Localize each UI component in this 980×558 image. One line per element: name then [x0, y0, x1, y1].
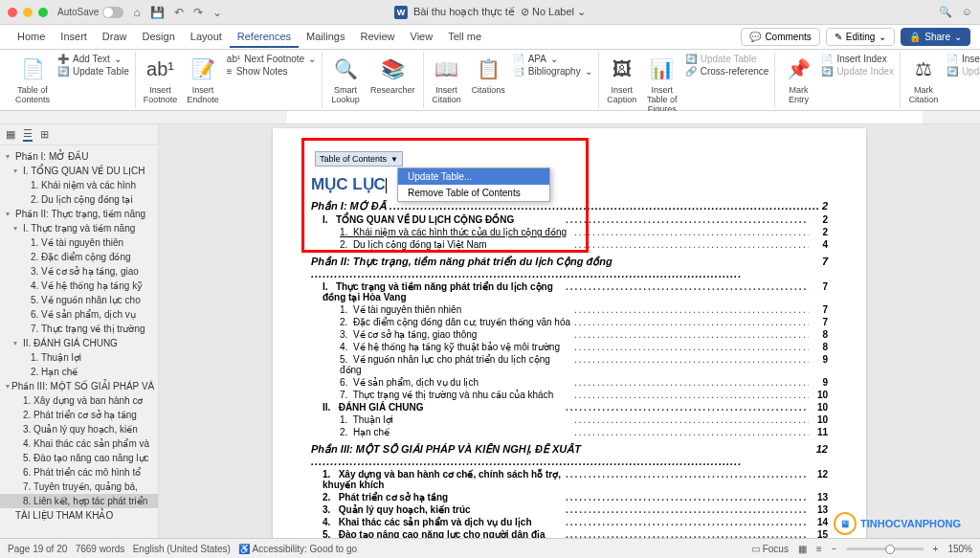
- insert-footnote-button[interactable]: ab¹Insert Footnote: [142, 54, 180, 105]
- headings-icon[interactable]: ☰: [23, 127, 33, 142]
- tab-mailings[interactable]: Mailings: [299, 27, 352, 48]
- smart-lookup-button[interactable]: 🔍Smart Lookup: [328, 54, 363, 105]
- toc-line[interactable]: 3. Về cơ sở hạ tầng, giao thông8: [311, 329, 828, 340]
- insert-toa-button[interactable]: 📄 Insert Table of Authorities: [947, 54, 980, 64]
- view-web-icon[interactable]: ≡: [816, 544, 822, 554]
- tab-references[interactable]: References: [230, 27, 299, 48]
- tag-icon[interactable]: ⊘ No Label ⌄: [521, 6, 586, 18]
- toc-line[interactable]: 1. Về tài nguyên thiên nhiên7: [311, 304, 828, 315]
- nav-item[interactable]: ▾II. ĐÁNH GIÁ CHUNG: [0, 336, 158, 350]
- citations-button[interactable]: 📋Citations: [470, 54, 507, 105]
- toggle-icon[interactable]: [102, 7, 123, 18]
- nav-item[interactable]: TÀI LIỆU THAM KHẢO: [0, 508, 158, 523]
- toc-line[interactable]: 6. Về sản phẩm, dịch vụ du lịch9: [311, 377, 828, 388]
- nav-item[interactable]: 4. Về hệ thống hạ tầng kỹ: [0, 279, 158, 293]
- toc-line[interactable]: 5. Về nguồn nhân lực cho phát triển du l…: [311, 354, 828, 375]
- nav-item[interactable]: ▾Phần II: Thực trạng, tiềm năng: [0, 207, 158, 221]
- nav-item[interactable]: 2. Đặc điểm cộng đồng: [0, 250, 158, 264]
- insert-table-of-figures-button[interactable]: 📊Insert Table of Figures: [645, 54, 679, 115]
- insert-citation-button[interactable]: 📖Insert Citation: [430, 54, 464, 105]
- close-icon[interactable]: [8, 8, 17, 17]
- document-page[interactable]: Table of Contents▼ Update Table... Remov…: [273, 128, 866, 547]
- redo-icon[interactable]: ↷: [193, 6, 203, 19]
- update-table-button[interactable]: 🔄 Update Table: [57, 66, 129, 77]
- toc-line[interactable]: 4. Về hệ thống hạ tầng kỹ thuật bảo vệ m…: [311, 342, 828, 352]
- toc-part-heading[interactable]: Phần II: Thực trạng, tiềm năng phát triể…: [311, 256, 828, 279]
- toc-part-heading[interactable]: Phần I: MỞ ĐẦ 2: [311, 200, 828, 212]
- toc-line[interactable]: 7. Thực trạng về thị trường và nhu cầu c…: [311, 390, 828, 400]
- nav-item[interactable]: ▾I. Thực trạng và tiềm năng: [0, 221, 158, 235]
- toc-line[interactable]: 2. Du lịch cộng đồng tại Việt Nam4: [311, 239, 828, 250]
- nav-item[interactable]: 6. Về sản phẩm, dịch vụ: [0, 307, 158, 322]
- nav-item[interactable]: 1. Khái niệm và các hình: [0, 178, 158, 192]
- nav-item[interactable]: 5. Đào tạo nâng cao năng lực: [0, 451, 158, 465]
- page-indicator[interactable]: Page 19 of 20: [8, 544, 67, 554]
- nav-item[interactable]: 1. Xây dựng và ban hành cơ: [0, 393, 158, 408]
- window-controls[interactable]: [8, 8, 48, 17]
- thumbnails-icon[interactable]: ▦: [6, 128, 15, 141]
- bibliography-button[interactable]: 📑 Bibliography ⌄: [513, 66, 592, 77]
- nav-item[interactable]: 7. Thực trạng về thị trường: [0, 322, 158, 336]
- toc-line[interactable]: 4. Khai thác các sản phẩm và dịch vụ du …: [311, 517, 828, 527]
- focus-mode-button[interactable]: ▭ Focus: [751, 544, 789, 554]
- minimize-icon[interactable]: [23, 8, 33, 17]
- chevron-down-icon[interactable]: ▼: [390, 155, 398, 164]
- share-button[interactable]: 🔒 Share ⌄: [901, 28, 970, 46]
- update-table-menuitem[interactable]: Update Table...: [398, 168, 549, 185]
- word-count[interactable]: 7669 words: [76, 544, 125, 554]
- toc-line[interactable]: I. Thực trạng và tiềm năng phát triển du…: [311, 281, 828, 302]
- home-icon[interactable]: ⌂: [133, 6, 140, 19]
- add-text-button[interactable]: ➕ Add Text ⌄: [57, 54, 129, 64]
- show-notes-button[interactable]: ≡ Show Notes: [227, 66, 316, 77]
- nav-item[interactable]: 1. Về tài nguyên thiên: [0, 235, 158, 250]
- zoom-in-icon[interactable]: +: [933, 544, 939, 554]
- tab-home[interactable]: Home: [10, 27, 53, 48]
- remove-toc-menuitem[interactable]: Remove Table of Contents: [398, 185, 549, 201]
- tab-layout[interactable]: Layout: [183, 27, 230, 48]
- view-print-icon[interactable]: ▦: [798, 544, 807, 554]
- help-icon[interactable]: ☺: [962, 6, 972, 18]
- toc-part-heading[interactable]: Phần III: MỘT SỐ GIẢI PHÁP VÀ KIẾN NGHỊ,…: [311, 443, 828, 467]
- toc-line[interactable]: I. TỔNG QUAN VỀ DU LỊCH CỘNG ĐỒNG2: [311, 214, 828, 225]
- nav-item[interactable]: ▾Phần III: MỘT SỐ GIẢI PHÁP VÀ: [0, 379, 158, 393]
- insert-caption-button[interactable]: 🖼Insert Caption: [605, 54, 639, 115]
- toc-line[interactable]: II. ĐÁNH GIÁ CHUNG10: [311, 402, 828, 413]
- comments-button[interactable]: 💬 Comments: [741, 28, 819, 46]
- mark-entry-button[interactable]: 📌Mark Entry: [781, 54, 815, 105]
- tab-tell-me[interactable]: Tell me: [440, 27, 489, 48]
- nav-item[interactable]: 3. Quản lý quy hoạch, kiến: [0, 422, 158, 436]
- nav-item[interactable]: 1. Thuận lợi: [0, 350, 158, 365]
- nav-item[interactable]: 4. Khai thác các sản phẩm và: [0, 436, 158, 451]
- nav-item[interactable]: 6. Phát triển các mô hình tổ: [0, 465, 158, 480]
- search-icon[interactable]: 🔍: [939, 6, 952, 18]
- nav-item[interactable]: 2. Phát triển cơ sở hạ tầng: [0, 408, 158, 422]
- nav-item[interactable]: ▾I. TỔNG QUAN VỀ DU LỊCH: [0, 164, 158, 178]
- search-icon[interactable]: ⊞: [40, 128, 49, 141]
- editing-button[interactable]: ✎ Editing ⌄: [826, 28, 896, 46]
- toc-line[interactable]: 1. Xây dựng và ban hành cơ chế, chính sá…: [311, 469, 828, 490]
- tab-review[interactable]: Review: [352, 27, 402, 48]
- zoom-slider[interactable]: [847, 547, 924, 550]
- toc-line[interactable]: 1. Thuận lợi10: [311, 414, 828, 425]
- next-footnote-button[interactable]: ab¹ Next Footnote ⌄: [227, 54, 316, 64]
- cross-reference-button[interactable]: 🔗 Cross-reference: [685, 66, 769, 77]
- researcher-button[interactable]: 📚Researcher: [368, 54, 417, 105]
- ruler[interactable]: [0, 111, 980, 124]
- save-icon[interactable]: 💾: [150, 6, 165, 19]
- table-of-contents-button[interactable]: 📄Table of Contents: [13, 54, 52, 105]
- nav-item[interactable]: 2. Du lịch cộng đồng tại: [0, 192, 158, 207]
- tab-design[interactable]: Design: [135, 27, 183, 48]
- maximize-icon[interactable]: [38, 8, 48, 17]
- insert-endnote-button[interactable]: 📝Insert Endnote: [185, 54, 221, 105]
- insert-index-button[interactable]: 📄 Insert Index: [821, 54, 894, 64]
- nav-item[interactable]: 7. Tuyên truyền, quảng bá,: [0, 480, 158, 494]
- language-indicator[interactable]: English (United States): [133, 544, 231, 554]
- chevron-down-icon[interactable]: ⌄: [212, 6, 222, 19]
- toc-line[interactable]: 2. Đặc điểm cộng đồng dân cư, truyền thố…: [311, 317, 828, 327]
- nav-item[interactable]: 3. Về cơ sở hạ tầng, giao: [0, 264, 158, 279]
- nav-item[interactable]: 8. Liên kết, hợp tác phát triển: [0, 494, 158, 508]
- toc-line[interactable]: 2. Hạn chế11: [311, 427, 828, 437]
- toc-line[interactable]: 1. Khái niệm và các hình thức của du lịc…: [311, 227, 828, 237]
- tab-insert[interactable]: Insert: [53, 27, 95, 48]
- mark-citation-button[interactable]: ⚖Mark Citation: [906, 54, 941, 105]
